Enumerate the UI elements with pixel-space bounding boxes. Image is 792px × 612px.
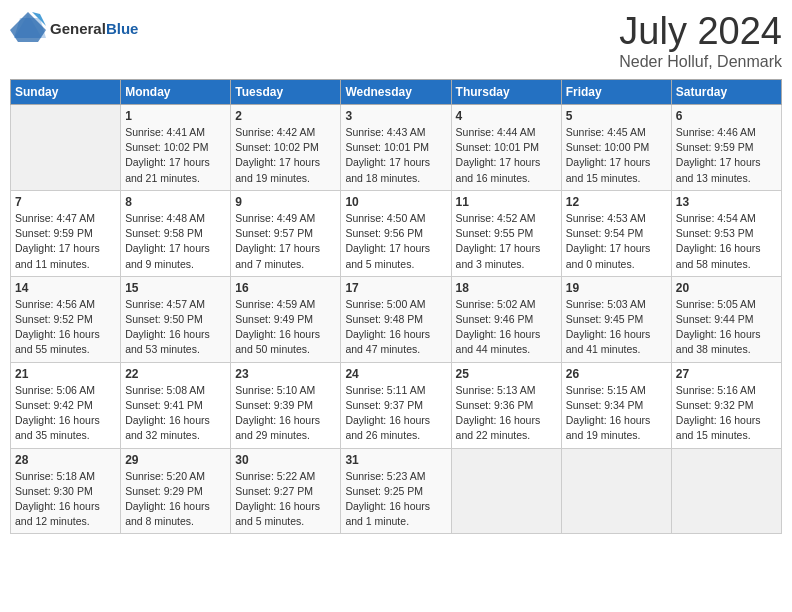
calendar-cell	[451, 448, 561, 534]
day-info: Sunrise: 4:57 AM Sunset: 9:50 PM Dayligh…	[125, 297, 226, 358]
day-info: Sunrise: 4:54 AM Sunset: 9:53 PM Dayligh…	[676, 211, 777, 272]
day-info: Sunrise: 4:52 AM Sunset: 9:55 PM Dayligh…	[456, 211, 557, 272]
title-area: July 2024 Neder Holluf, Denmark	[619, 10, 782, 71]
calendar-cell: 13Sunrise: 4:54 AM Sunset: 9:53 PM Dayli…	[671, 190, 781, 276]
logo-general: General	[50, 20, 106, 37]
day-number: 3	[345, 109, 446, 123]
calendar-cell: 12Sunrise: 4:53 AM Sunset: 9:54 PM Dayli…	[561, 190, 671, 276]
week-row-4: 21Sunrise: 5:06 AM Sunset: 9:42 PM Dayli…	[11, 362, 782, 448]
days-header-row: SundayMondayTuesdayWednesdayThursdayFrid…	[11, 80, 782, 105]
week-row-3: 14Sunrise: 4:56 AM Sunset: 9:52 PM Dayli…	[11, 276, 782, 362]
day-info: Sunrise: 5:02 AM Sunset: 9:46 PM Dayligh…	[456, 297, 557, 358]
day-info: Sunrise: 5:13 AM Sunset: 9:36 PM Dayligh…	[456, 383, 557, 444]
day-info: Sunrise: 5:20 AM Sunset: 9:29 PM Dayligh…	[125, 469, 226, 530]
day-number: 29	[125, 453, 226, 467]
day-number: 1	[125, 109, 226, 123]
day-info: Sunrise: 5:22 AM Sunset: 9:27 PM Dayligh…	[235, 469, 336, 530]
day-number: 13	[676, 195, 777, 209]
calendar-cell: 17Sunrise: 5:00 AM Sunset: 9:48 PM Dayli…	[341, 276, 451, 362]
day-info: Sunrise: 5:11 AM Sunset: 9:37 PM Dayligh…	[345, 383, 446, 444]
logo: General Blue	[10, 10, 138, 46]
day-info: Sunrise: 4:46 AM Sunset: 9:59 PM Dayligh…	[676, 125, 777, 186]
day-number: 30	[235, 453, 336, 467]
day-header-saturday: Saturday	[671, 80, 781, 105]
day-header-thursday: Thursday	[451, 80, 561, 105]
day-info: Sunrise: 4:50 AM Sunset: 9:56 PM Dayligh…	[345, 211, 446, 272]
week-row-1: 1Sunrise: 4:41 AM Sunset: 10:02 PM Dayli…	[11, 105, 782, 191]
day-info: Sunrise: 5:08 AM Sunset: 9:41 PM Dayligh…	[125, 383, 226, 444]
day-info: Sunrise: 4:48 AM Sunset: 9:58 PM Dayligh…	[125, 211, 226, 272]
logo-blue: Blue	[106, 20, 139, 37]
calendar-cell: 16Sunrise: 4:59 AM Sunset: 9:49 PM Dayli…	[231, 276, 341, 362]
day-number: 9	[235, 195, 336, 209]
day-info: Sunrise: 4:47 AM Sunset: 9:59 PM Dayligh…	[15, 211, 116, 272]
day-number: 4	[456, 109, 557, 123]
day-number: 10	[345, 195, 446, 209]
day-header-tuesday: Tuesday	[231, 80, 341, 105]
day-header-sunday: Sunday	[11, 80, 121, 105]
calendar-cell: 5Sunrise: 4:45 AM Sunset: 10:00 PM Dayli…	[561, 105, 671, 191]
day-number: 15	[125, 281, 226, 295]
calendar-cell: 22Sunrise: 5:08 AM Sunset: 9:41 PM Dayli…	[121, 362, 231, 448]
calendar-cell: 24Sunrise: 5:11 AM Sunset: 9:37 PM Dayli…	[341, 362, 451, 448]
day-header-friday: Friday	[561, 80, 671, 105]
calendar-table: SundayMondayTuesdayWednesdayThursdayFrid…	[10, 79, 782, 534]
calendar-cell: 1Sunrise: 4:41 AM Sunset: 10:02 PM Dayli…	[121, 105, 231, 191]
calendar-cell: 27Sunrise: 5:16 AM Sunset: 9:32 PM Dayli…	[671, 362, 781, 448]
calendar-cell: 15Sunrise: 4:57 AM Sunset: 9:50 PM Dayli…	[121, 276, 231, 362]
calendar-cell	[671, 448, 781, 534]
day-number: 23	[235, 367, 336, 381]
calendar-cell: 11Sunrise: 4:52 AM Sunset: 9:55 PM Dayli…	[451, 190, 561, 276]
day-info: Sunrise: 4:53 AM Sunset: 9:54 PM Dayligh…	[566, 211, 667, 272]
day-header-monday: Monday	[121, 80, 231, 105]
page-header: General Blue July 2024 Neder Holluf, Den…	[10, 10, 782, 71]
calendar-cell: 20Sunrise: 5:05 AM Sunset: 9:44 PM Dayli…	[671, 276, 781, 362]
day-number: 14	[15, 281, 116, 295]
day-info: Sunrise: 5:05 AM Sunset: 9:44 PM Dayligh…	[676, 297, 777, 358]
day-number: 16	[235, 281, 336, 295]
calendar-cell: 28Sunrise: 5:18 AM Sunset: 9:30 PM Dayli…	[11, 448, 121, 534]
day-number: 11	[456, 195, 557, 209]
day-info: Sunrise: 4:41 AM Sunset: 10:02 PM Daylig…	[125, 125, 226, 186]
calendar-cell: 2Sunrise: 4:42 AM Sunset: 10:02 PM Dayli…	[231, 105, 341, 191]
day-header-wednesday: Wednesday	[341, 80, 451, 105]
day-number: 12	[566, 195, 667, 209]
calendar-cell: 7Sunrise: 4:47 AM Sunset: 9:59 PM Daylig…	[11, 190, 121, 276]
day-info: Sunrise: 4:42 AM Sunset: 10:02 PM Daylig…	[235, 125, 336, 186]
calendar-cell: 19Sunrise: 5:03 AM Sunset: 9:45 PM Dayli…	[561, 276, 671, 362]
logo-icon	[10, 10, 46, 46]
day-number: 17	[345, 281, 446, 295]
calendar-cell: 9Sunrise: 4:49 AM Sunset: 9:57 PM Daylig…	[231, 190, 341, 276]
day-number: 2	[235, 109, 336, 123]
day-info: Sunrise: 4:56 AM Sunset: 9:52 PM Dayligh…	[15, 297, 116, 358]
day-info: Sunrise: 5:03 AM Sunset: 9:45 PM Dayligh…	[566, 297, 667, 358]
day-info: Sunrise: 4:43 AM Sunset: 10:01 PM Daylig…	[345, 125, 446, 186]
day-number: 28	[15, 453, 116, 467]
calendar-cell: 21Sunrise: 5:06 AM Sunset: 9:42 PM Dayli…	[11, 362, 121, 448]
day-number: 31	[345, 453, 446, 467]
calendar-cell: 25Sunrise: 5:13 AM Sunset: 9:36 PM Dayli…	[451, 362, 561, 448]
day-number: 22	[125, 367, 226, 381]
day-number: 25	[456, 367, 557, 381]
calendar-cell	[11, 105, 121, 191]
day-number: 27	[676, 367, 777, 381]
day-info: Sunrise: 5:15 AM Sunset: 9:34 PM Dayligh…	[566, 383, 667, 444]
day-info: Sunrise: 4:59 AM Sunset: 9:49 PM Dayligh…	[235, 297, 336, 358]
day-number: 7	[15, 195, 116, 209]
week-row-2: 7Sunrise: 4:47 AM Sunset: 9:59 PM Daylig…	[11, 190, 782, 276]
calendar-cell	[561, 448, 671, 534]
day-number: 19	[566, 281, 667, 295]
day-number: 26	[566, 367, 667, 381]
day-number: 5	[566, 109, 667, 123]
day-info: Sunrise: 4:49 AM Sunset: 9:57 PM Dayligh…	[235, 211, 336, 272]
day-info: Sunrise: 4:45 AM Sunset: 10:00 PM Daylig…	[566, 125, 667, 186]
day-number: 18	[456, 281, 557, 295]
location-title: Neder Holluf, Denmark	[619, 53, 782, 71]
day-number: 8	[125, 195, 226, 209]
calendar-cell: 14Sunrise: 4:56 AM Sunset: 9:52 PM Dayli…	[11, 276, 121, 362]
calendar-cell: 29Sunrise: 5:20 AM Sunset: 9:29 PM Dayli…	[121, 448, 231, 534]
day-info: Sunrise: 5:23 AM Sunset: 9:25 PM Dayligh…	[345, 469, 446, 530]
day-number: 21	[15, 367, 116, 381]
day-info: Sunrise: 5:06 AM Sunset: 9:42 PM Dayligh…	[15, 383, 116, 444]
calendar-cell: 6Sunrise: 4:46 AM Sunset: 9:59 PM Daylig…	[671, 105, 781, 191]
